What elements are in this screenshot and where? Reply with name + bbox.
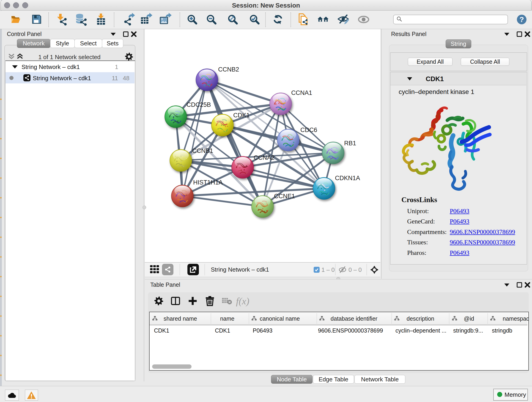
svg-text:CDKN1A: CDKN1A [335,175,360,182]
svg-text:CCNE1: CCNE1 [274,193,295,200]
svg-text:HIST1H1A: HIST1H1A [193,179,223,186]
svg-text:CCNB2: CCNB2 [218,66,239,73]
svg-text:CDK1: CDK1 [233,112,250,119]
svg-text:CDC25B: CDC25B [186,101,211,108]
svg-text:CCNB1: CCNB1 [192,147,213,154]
svg-text:CCNA2: CCNA2 [254,154,275,161]
svg-text:RB1: RB1 [344,140,356,147]
svg-text:CDC6: CDC6 [300,127,317,133]
svg-text:CCNA1: CCNA1 [291,89,312,96]
